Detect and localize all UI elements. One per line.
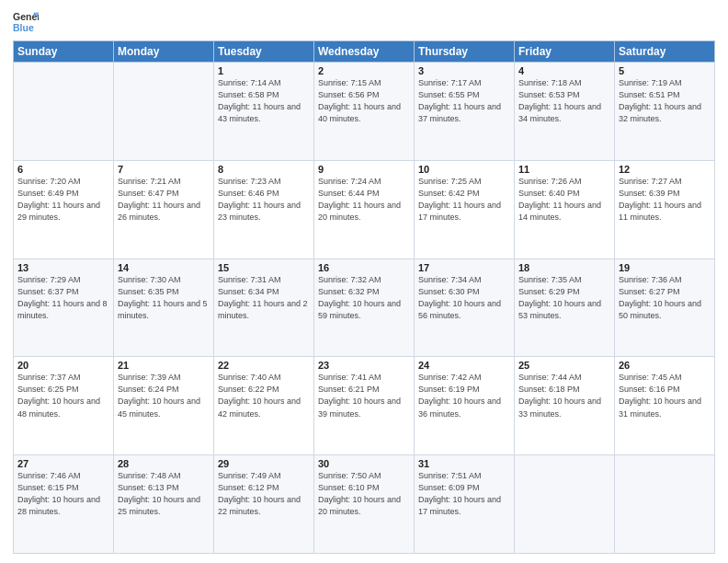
calendar-week-row: 27Sunrise: 7:46 AMSunset: 6:15 PMDayligh… — [14, 455, 715, 554]
day-info: Sunrise: 7:18 AMSunset: 6:53 PMDaylight:… — [518, 77, 610, 125]
calendar-week-row: 13Sunrise: 7:29 AMSunset: 6:37 PMDayligh… — [14, 259, 715, 357]
calendar-day-cell: 11Sunrise: 7:26 AMSunset: 6:40 PMDayligh… — [515, 160, 615, 259]
calendar-day-cell: 29Sunrise: 7:49 AMSunset: 6:12 PMDayligh… — [214, 455, 314, 554]
weekday-header-cell: Thursday — [415, 41, 515, 63]
day-info: Sunrise: 7:35 AMSunset: 6:29 PMDaylight:… — [518, 274, 610, 322]
calendar-day-cell: 27Sunrise: 7:46 AMSunset: 6:15 PMDayligh… — [14, 455, 114, 554]
day-info: Sunrise: 7:32 AMSunset: 6:32 PMDaylight:… — [318, 274, 410, 322]
day-number: 19 — [619, 262, 711, 273]
day-number: 28 — [118, 458, 210, 469]
calendar-day-cell: 14Sunrise: 7:30 AMSunset: 6:35 PMDayligh… — [114, 259, 214, 357]
day-number: 27 — [17, 458, 109, 469]
day-number: 30 — [318, 458, 410, 469]
day-number: 9 — [318, 164, 410, 175]
day-info: Sunrise: 7:26 AMSunset: 6:40 PMDaylight:… — [518, 176, 610, 224]
day-number: 26 — [619, 360, 711, 371]
day-info: Sunrise: 7:34 AMSunset: 6:30 PMDaylight:… — [418, 274, 510, 322]
day-number: 10 — [418, 164, 510, 175]
day-info: Sunrise: 7:29 AMSunset: 6:37 PMDaylight:… — [17, 274, 109, 322]
calendar-day-cell: 31Sunrise: 7:51 AMSunset: 6:09 PMDayligh… — [415, 455, 515, 554]
page: General Blue SundayMondayTuesdayWednesda… — [0, 0, 728, 563]
day-info: Sunrise: 7:24 AMSunset: 6:44 PMDaylight:… — [318, 176, 410, 224]
day-info: Sunrise: 7:36 AMSunset: 6:27 PMDaylight:… — [619, 274, 711, 322]
day-info: Sunrise: 7:17 AMSunset: 6:55 PMDaylight:… — [418, 77, 510, 125]
day-number: 23 — [318, 360, 410, 371]
day-number: 31 — [418, 458, 510, 469]
calendar-day-cell: 16Sunrise: 7:32 AMSunset: 6:32 PMDayligh… — [314, 259, 415, 357]
weekday-header-cell: Monday — [114, 41, 214, 63]
calendar-day-cell: 26Sunrise: 7:45 AMSunset: 6:16 PMDayligh… — [615, 357, 715, 455]
calendar-day-cell: 13Sunrise: 7:29 AMSunset: 6:37 PMDayligh… — [14, 259, 114, 357]
day-number: 3 — [418, 65, 510, 76]
calendar-day-cell — [114, 63, 214, 161]
day-info: Sunrise: 7:31 AMSunset: 6:34 PMDaylight:… — [218, 274, 310, 322]
calendar-day-cell: 23Sunrise: 7:41 AMSunset: 6:21 PMDayligh… — [314, 357, 415, 455]
calendar-body: 1Sunrise: 7:14 AMSunset: 6:58 PMDaylight… — [14, 63, 715, 554]
logo-icon: General Blue — [13, 9, 39, 35]
day-info: Sunrise: 7:37 AMSunset: 6:25 PMDaylight:… — [17, 372, 109, 419]
day-number: 18 — [518, 262, 610, 273]
weekday-header-cell: Sunday — [14, 41, 114, 63]
day-info: Sunrise: 7:46 AMSunset: 6:15 PMDaylight:… — [17, 470, 109, 518]
day-number: 15 — [218, 262, 310, 273]
calendar-day-cell: 4Sunrise: 7:18 AMSunset: 6:53 PMDaylight… — [515, 63, 615, 161]
day-info: Sunrise: 7:50 AMSunset: 6:10 PMDaylight:… — [318, 470, 410, 518]
calendar-day-cell: 18Sunrise: 7:35 AMSunset: 6:29 PMDayligh… — [515, 259, 615, 357]
day-info: Sunrise: 7:20 AMSunset: 6:49 PMDaylight:… — [17, 176, 109, 224]
day-info: Sunrise: 7:25 AMSunset: 6:42 PMDaylight:… — [418, 176, 510, 224]
calendar-day-cell: 21Sunrise: 7:39 AMSunset: 6:24 PMDayligh… — [114, 357, 214, 455]
day-number: 7 — [118, 164, 210, 175]
day-info: Sunrise: 7:51 AMSunset: 6:09 PMDaylight:… — [418, 470, 510, 518]
day-number: 6 — [17, 164, 109, 175]
day-info: Sunrise: 7:49 AMSunset: 6:12 PMDaylight:… — [218, 470, 310, 518]
calendar-week-row: 6Sunrise: 7:20 AMSunset: 6:49 PMDaylight… — [14, 160, 715, 259]
weekday-header-cell: Wednesday — [314, 41, 415, 63]
day-number: 16 — [318, 262, 410, 273]
calendar-day-cell: 7Sunrise: 7:21 AMSunset: 6:47 PMDaylight… — [114, 160, 214, 259]
calendar-week-row: 20Sunrise: 7:37 AMSunset: 6:25 PMDayligh… — [14, 357, 715, 455]
calendar-day-cell: 8Sunrise: 7:23 AMSunset: 6:46 PMDaylight… — [214, 160, 314, 259]
day-info: Sunrise: 7:39 AMSunset: 6:24 PMDaylight:… — [118, 372, 210, 419]
calendar-day-cell: 15Sunrise: 7:31 AMSunset: 6:34 PMDayligh… — [214, 259, 314, 357]
calendar-day-cell — [14, 63, 114, 161]
day-info: Sunrise: 7:15 AMSunset: 6:56 PMDaylight:… — [318, 77, 410, 125]
calendar-day-cell: 10Sunrise: 7:25 AMSunset: 6:42 PMDayligh… — [415, 160, 515, 259]
day-info: Sunrise: 7:23 AMSunset: 6:46 PMDaylight:… — [218, 176, 310, 224]
day-number: 8 — [218, 164, 310, 175]
calendar-day-cell: 2Sunrise: 7:15 AMSunset: 6:56 PMDaylight… — [314, 63, 415, 161]
calendar-day-cell: 19Sunrise: 7:36 AMSunset: 6:27 PMDayligh… — [615, 259, 715, 357]
weekday-header-cell: Friday — [515, 41, 615, 63]
day-number: 13 — [17, 262, 109, 273]
calendar-day-cell — [515, 455, 615, 554]
calendar-day-cell: 1Sunrise: 7:14 AMSunset: 6:58 PMDaylight… — [214, 63, 314, 161]
day-info: Sunrise: 7:30 AMSunset: 6:35 PMDaylight:… — [118, 274, 210, 322]
day-number: 17 — [418, 262, 510, 273]
day-number: 29 — [218, 458, 310, 469]
calendar-day-cell: 3Sunrise: 7:17 AMSunset: 6:55 PMDaylight… — [415, 63, 515, 161]
weekday-header-row: SundayMondayTuesdayWednesdayThursdayFrid… — [14, 41, 715, 63]
calendar-day-cell: 5Sunrise: 7:19 AMSunset: 6:51 PMDaylight… — [615, 63, 715, 161]
calendar-day-cell: 22Sunrise: 7:40 AMSunset: 6:22 PMDayligh… — [214, 357, 314, 455]
calendar-table: SundayMondayTuesdayWednesdayThursdayFrid… — [13, 40, 715, 554]
day-info: Sunrise: 7:45 AMSunset: 6:16 PMDaylight:… — [619, 372, 711, 419]
weekday-header-cell: Saturday — [615, 41, 715, 63]
day-info: Sunrise: 7:14 AMSunset: 6:58 PMDaylight:… — [218, 77, 310, 125]
day-number: 11 — [518, 164, 610, 175]
day-info: Sunrise: 7:42 AMSunset: 6:19 PMDaylight:… — [418, 372, 510, 419]
day-info: Sunrise: 7:41 AMSunset: 6:21 PMDaylight:… — [318, 372, 410, 419]
calendar-day-cell: 17Sunrise: 7:34 AMSunset: 6:30 PMDayligh… — [415, 259, 515, 357]
calendar-day-cell: 24Sunrise: 7:42 AMSunset: 6:19 PMDayligh… — [415, 357, 515, 455]
day-number: 20 — [17, 360, 109, 371]
day-number: 25 — [518, 360, 610, 371]
calendar-day-cell: 20Sunrise: 7:37 AMSunset: 6:25 PMDayligh… — [14, 357, 114, 455]
logo: General Blue — [13, 9, 39, 35]
day-info: Sunrise: 7:48 AMSunset: 6:13 PMDaylight:… — [118, 470, 210, 518]
calendar-week-row: 1Sunrise: 7:14 AMSunset: 6:58 PMDaylight… — [14, 63, 715, 161]
day-number: 12 — [619, 164, 711, 175]
calendar-day-cell: 6Sunrise: 7:20 AMSunset: 6:49 PMDaylight… — [14, 160, 114, 259]
day-info: Sunrise: 7:21 AMSunset: 6:47 PMDaylight:… — [118, 176, 210, 224]
calendar-day-cell: 9Sunrise: 7:24 AMSunset: 6:44 PMDaylight… — [314, 160, 415, 259]
day-number: 24 — [418, 360, 510, 371]
calendar-day-cell: 30Sunrise: 7:50 AMSunset: 6:10 PMDayligh… — [314, 455, 415, 554]
calendar-day-cell: 12Sunrise: 7:27 AMSunset: 6:39 PMDayligh… — [615, 160, 715, 259]
